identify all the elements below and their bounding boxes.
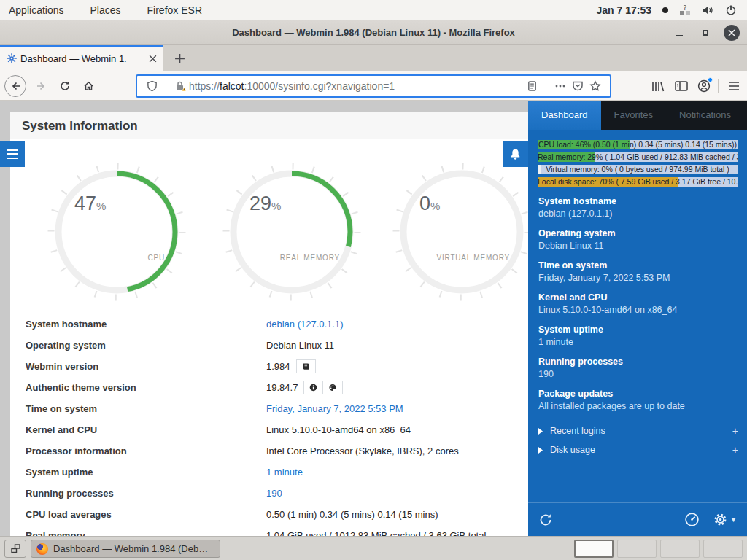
table-row: CPU load averages 0.50 (1 min) 0.34 (5 m… [26, 504, 519, 525]
menu-hamburger-icon[interactable] [724, 77, 743, 95]
sidebar-tabs: Dashboard Favorites Notifications [528, 101, 747, 130]
list-item: Package updatesAll installed packages ar… [538, 388, 738, 413]
resource-monitor-button[interactable] [684, 512, 700, 527]
local-disk-space-meter[interactable]: Local disk space: 70% ( 7.59 GiB used / … [538, 177, 738, 187]
home-button[interactable] [77, 75, 99, 97]
system-uptime-link[interactable]: 1 minute [266, 467, 303, 478]
close-button[interactable] [724, 25, 740, 41]
table-row: Webmin version 1.984 [26, 356, 519, 377]
places-menu[interactable]: Places [77, 0, 134, 20]
record-indicator-icon [662, 7, 668, 13]
cpu-load-meter[interactable]: CPU load: 46% (0.50 (1 min) 0.34 (5 mins… [538, 140, 738, 149]
system-info-table: System hostname debian (127.0.1.1) Opera… [26, 314, 519, 546]
tab-title: Dashboard — Webmin 1. [20, 53, 127, 64]
reload-button[interactable] [54, 75, 76, 97]
clock[interactable]: Jan 7 17:53 [597, 4, 652, 16]
running-processes-link[interactable]: 190 [266, 488, 282, 499]
workspace-1[interactable] [574, 540, 614, 558]
virtual-memory-meter[interactable]: Virtual memory: 0% ( 0 bytes used / 974.… [538, 165, 738, 174]
list-item: Running processes190 [538, 356, 738, 381]
expand-plus-icon[interactable]: + [732, 425, 738, 437]
caret-right-icon [538, 428, 543, 435]
expand-plus-icon[interactable]: + [732, 444, 738, 456]
sidebar-system-info: System hostnamedebian (127.0.1.1) Operat… [538, 195, 738, 420]
list-item: Kernel and CPULinux 5.10.0-10-amd64 on x… [538, 292, 738, 316]
table-row: System hostname debian (127.0.1.1) [26, 314, 519, 335]
page-title: System Information [10, 112, 528, 139]
workspace-2[interactable] [617, 540, 657, 558]
reader-mode-icon[interactable] [523, 77, 541, 95]
pocket-icon[interactable] [569, 77, 587, 95]
maximize-button[interactable] [697, 25, 713, 41]
notifications-bell-button[interactable] [503, 141, 528, 167]
tab-dashboard[interactable]: Dashboard — Webmin 1. [0, 45, 163, 71]
gauge-virtual-memory-value: 0% [419, 192, 440, 215]
webmin-sidebar-hamburger-button[interactable] [0, 141, 25, 167]
firefox-esr-menu[interactable]: Firefox ESR [134, 0, 215, 20]
gauge-real-memory-value: 29% [249, 192, 281, 215]
url-text[interactable]: https://falcot:10000/sysinfo.cgi?xnaviga… [189, 80, 395, 92]
tab-close-icon[interactable] [148, 54, 158, 63]
workspace-3[interactable] [660, 540, 700, 558]
tab-favorites[interactable]: Favorites [601, 101, 666, 130]
taskbar-window-button[interactable]: Dashboard — Webmin 1.984 (Deb… [31, 540, 220, 558]
gauge-virtual-memory-label: VIRTUAL MEMORY [437, 254, 510, 262]
webmin-changelog-button[interactable] [296, 359, 316, 373]
table-row: System uptime 1 minute [26, 462, 519, 483]
gnome-top-bar: Applications Places Firefox ESR Jan 7 17… [0, 0, 747, 20]
volume-icon[interactable] [702, 4, 714, 16]
windows-icon [11, 544, 20, 553]
table-row: Processor information Intel Core Process… [26, 440, 519, 462]
table-row: Kernel and CPU Linux 5.10.0-10-amd64 on … [26, 419, 519, 440]
tracking-protection-shield-icon[interactable] [143, 77, 160, 95]
list-item: System uptime1 minute [538, 324, 738, 349]
page-actions-icon[interactable] [551, 77, 569, 95]
real-memory-meter[interactable]: Real memory: 29% ( 1.04 GiB used / 912.8… [538, 152, 738, 162]
settings-button[interactable]: ▼ [713, 512, 737, 527]
disk-usage-toggle[interactable]: Disk usage + [538, 440, 738, 459]
table-row: Operating system Debian Linux 11 [26, 335, 519, 356]
table-row: Time on system Friday, January 7, 2022 5… [26, 398, 519, 419]
firefox-titlebar[interactable]: Dashboard — Webmin 1.984 (Debian Linux 1… [0, 20, 747, 45]
speedometer-icon [684, 512, 700, 527]
new-tab-button[interactable] [169, 48, 190, 69]
theme-palette-button[interactable] [323, 381, 343, 394]
applications-menu[interactable]: Applications [0, 0, 77, 20]
table-row: Running processes 190 [26, 483, 519, 504]
recent-logins-toggle[interactable]: Recent logins + [538, 421, 738, 440]
network-status-icon[interactable]: ? [679, 4, 691, 16]
theme-info-button[interactable] [303, 381, 323, 394]
navigation-toolbar: https://falcot:10000/sysinfo.cgi?xnaviga… [0, 71, 747, 101]
list-item: System hostnamedebian (127.0.1.1) [538, 195, 738, 220]
refresh-button[interactable] [538, 513, 553, 527]
gauge-real-memory-label: REAL MEMORY [280, 254, 340, 262]
time-on-system-link[interactable]: Friday, January 7, 2022 5:53 PM [266, 403, 403, 414]
list-item: Operating systemDebian Linux 11 [538, 228, 738, 252]
caret-right-icon [538, 447, 543, 454]
window-title: Dashboard — Webmin 1.984 (Debian Linux 1… [232, 27, 515, 38]
chevron-down-icon: ▼ [730, 516, 737, 524]
close-icon [724, 25, 740, 41]
account-icon[interactable] [694, 77, 713, 95]
tab-dashboard-sidebar[interactable]: Dashboard [528, 101, 601, 130]
refresh-icon [538, 513, 553, 527]
forward-button[interactable] [31, 75, 53, 97]
power-icon[interactable] [725, 4, 737, 16]
info-icon [309, 384, 317, 392]
gauge-real-memory: 29% REAL MEMORY [219, 159, 365, 305]
palette-icon [328, 384, 337, 392]
gauge-cpu-value: 47% [74, 192, 106, 215]
back-button[interactable] [4, 75, 26, 97]
minimize-button[interactable] [671, 25, 687, 41]
tab-notifications[interactable]: Notifications [666, 101, 744, 130]
list-item: Time on systemFriday, January 7, 2022 5:… [538, 260, 738, 284]
url-bar[interactable]: https://falcot:10000/sysinfo.cgi?xnaviga… [136, 74, 611, 98]
sidebar-footer: ▼ [528, 502, 747, 536]
library-icon[interactable] [649, 77, 667, 95]
hostname-link[interactable]: debian (127.0.1.1) [266, 319, 344, 330]
bookmark-star-icon[interactable] [587, 77, 604, 95]
show-desktop-button[interactable] [4, 540, 26, 558]
sidebar-toggle-icon[interactable] [672, 77, 691, 95]
insecure-lock-warning-icon[interactable] [171, 77, 189, 95]
workspace-4[interactable] [703, 540, 743, 558]
